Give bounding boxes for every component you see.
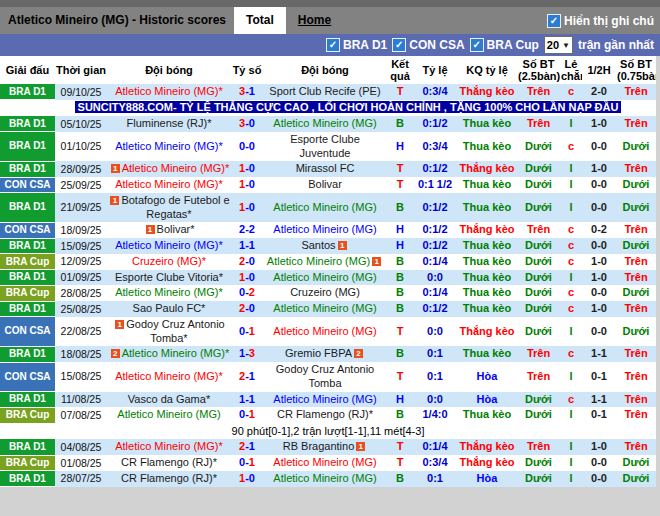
card-icon: 2 [354, 349, 363, 358]
score: 1-0 [231, 193, 263, 223]
home-team-cell: Esporte Clube Vitoria* [107, 270, 231, 286]
odd-even: l [560, 177, 582, 193]
away-team[interactable]: Atletico Mineiro (MG) [273, 302, 376, 314]
away-score: 1 [249, 408, 255, 420]
away-team[interactable]: Atletico Mineiro (MG) [273, 393, 376, 405]
odds-result: Thắng kèo [457, 439, 517, 455]
home-team[interactable]: Botafogo de Futebol e Regatas* [121, 194, 229, 220]
match-date: 11/08/25 [55, 392, 107, 408]
away-team[interactable]: Atletico Mineiro (MG) [273, 271, 376, 283]
show-notes-checkbox[interactable]: ✓ [547, 14, 561, 28]
league-checkbox[interactable]: ✓ [326, 38, 340, 52]
result-letter: T [387, 161, 413, 177]
away-team[interactable]: RB Bragantino [283, 440, 355, 452]
match-date: 15/09/25 [55, 238, 107, 254]
away-team[interactable]: Atletico Mineiro (MG) [273, 325, 376, 337]
home-team[interactable]: Vasco da Gama* [128, 393, 210, 405]
home-team[interactable]: Atletico Mineiro (MG)* [122, 162, 230, 174]
home-team[interactable]: CR Flamengo (RJ)* [121, 472, 217, 484]
goals-over-2-5: Trên [517, 222, 560, 238]
half-time-score: 0-0 [582, 177, 616, 193]
league-checkbox[interactable]: ✓ [392, 38, 406, 52]
home-team[interactable]: Atletico Mineiro (MG)* [115, 140, 223, 152]
column-header: Kết quả [387, 56, 413, 84]
league-checkbox[interactable]: ✓ [470, 38, 484, 52]
away-team[interactable]: Atletico Mineiro (MG) [273, 456, 376, 468]
away-team[interactable]: Santos [301, 239, 335, 251]
away-team[interactable]: Mirassol FC [296, 162, 355, 174]
goals-over-0-75: Trên [616, 161, 656, 177]
ad-link[interactable]: SUNCITY888.COM- TỶ LỆ THẮNG CỰC CAO , LỐ… [75, 101, 622, 113]
goals-over-2-5: Trên [517, 346, 560, 362]
home-team[interactable]: Atletico Mineiro (MG)* [115, 178, 223, 190]
home-team[interactable]: Atletico Mineiro (MG)* [122, 347, 230, 359]
goals-over-2-5: Dưới [517, 161, 560, 177]
home-team[interactable]: Sao Paulo FC* [133, 302, 206, 314]
show-notes-toggle: ✓ Hiển thị ghi chú [547, 7, 660, 34]
home-team-cell: 2Atletico Mineiro (MG)* [107, 346, 231, 362]
away-team[interactable]: Esporte Clube Juventude [290, 133, 360, 159]
match-date: 25/08/25 [55, 301, 107, 317]
result-letter: B [387, 270, 413, 286]
home-team[interactable]: Cruzeiro (MG)* [132, 255, 206, 267]
tab-total[interactable]: Total [234, 7, 286, 34]
half-time-score: 0-1 [582, 362, 616, 392]
home-team-cell: Fluminense (RJ)* [107, 116, 231, 132]
away-team[interactable]: Gremio FBPA [285, 347, 352, 359]
score: 1-0 [231, 177, 263, 193]
away-team[interactable]: Atletico Mineiro (MG) [273, 201, 376, 213]
handicap-odds: 0:0 [413, 317, 457, 347]
match-date: 15/08/25 [55, 362, 107, 392]
away-team[interactable]: Godoy Cruz Antonio Tomba [276, 363, 374, 389]
home-team[interactable]: Atletico Mineiro (MG)* [115, 85, 223, 97]
away-score: 0 [249, 302, 255, 314]
away-team[interactable]: Cruzeiro (MG) [290, 286, 360, 298]
home-team[interactable]: Atletico Mineiro (MG)* [115, 440, 223, 452]
away-team[interactable]: CR Flamengo (RJ)* [277, 408, 373, 420]
ad-cell: SUNCITY888.COM- TỶ LỆ THẮNG CỰC CAO , LỐ… [0, 100, 656, 116]
tab-home[interactable]: Home [286, 7, 343, 34]
home-team[interactable]: Bolivar* [157, 223, 195, 235]
away-team[interactable]: Sport Club Recife (PE) [269, 85, 380, 97]
home-team[interactable]: Atletico Mineiro (MG)* [115, 370, 223, 382]
away-team[interactable]: Atletico Mineiro (MG) [273, 472, 376, 484]
home-team[interactable]: Atletico Mineiro (MG)* [115, 239, 223, 251]
away-score: 1 [249, 239, 255, 251]
goals-over-2-5: Dưới [517, 193, 560, 223]
league-badge: BRA D1 [0, 238, 55, 254]
match-date: 28/08/25 [55, 285, 107, 301]
away-team-cell: CR Flamengo (RJ)* [263, 407, 387, 423]
home-team[interactable]: Esporte Clube Vitoria* [115, 271, 223, 283]
score: 0-1 [231, 407, 263, 423]
goals-over-0-75: Trên [616, 439, 656, 455]
away-score: 0 [249, 117, 255, 129]
home-team[interactable]: Fluminense (RJ)* [127, 117, 212, 129]
match-count-value: 20 [547, 39, 559, 51]
home-team[interactable]: Atletico Mineiro (MG)* [115, 286, 223, 298]
title-bar: Atletico Mineiro (MG) - Historic scores … [0, 7, 660, 34]
match-count-select[interactable]: 20 ▼ [544, 36, 573, 54]
away-team[interactable]: Atletico Mineiro (MG) [273, 117, 376, 129]
score: 2-2 [231, 222, 263, 238]
home-team-cell: CR Flamengo (RJ)* [107, 455, 231, 471]
handicap-odds: 0:1 [413, 346, 457, 362]
goals-over-2-5: Dưới [517, 392, 560, 408]
away-team[interactable]: Atletico Mineiro (MG) [267, 255, 370, 267]
card-icon: 1 [338, 241, 347, 250]
away-score: 0 [249, 255, 255, 267]
goals-over-2-5: Trên [517, 84, 560, 100]
half-time-score: 0-1 [582, 407, 616, 423]
odd-even: l [560, 362, 582, 392]
half-time-score: 2-0 [582, 84, 616, 100]
away-team-cell: Atletico Mineiro (MG) [263, 222, 387, 238]
away-team-cell: Gremio FBPA2 [263, 346, 387, 362]
league-badge: BRA Cup [0, 254, 55, 270]
half-time-score: 0-0 [582, 285, 616, 301]
home-team[interactable]: Godoy Cruz Antonio Tomba* [126, 318, 224, 344]
away-team[interactable]: Bolivar [308, 178, 342, 190]
away-team[interactable]: Atletico Mineiro (MG) [273, 223, 376, 235]
league-badge: BRA D1 [0, 346, 55, 362]
home-team[interactable]: CR Flamengo (RJ)* [121, 456, 217, 468]
home-team-cell: CR Flamengo (RJ)* [107, 471, 231, 487]
home-team[interactable]: Atletico Mineiro (MG) [117, 408, 220, 420]
